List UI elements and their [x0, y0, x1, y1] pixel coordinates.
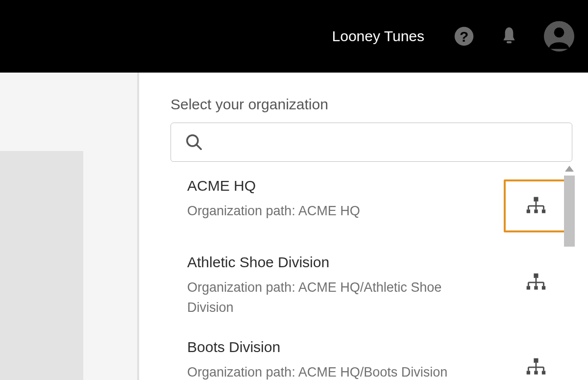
org-name: Athletic Shoe Division: [187, 254, 504, 271]
svg-rect-7: [534, 197, 538, 202]
hierarchy-button[interactable]: [504, 179, 567, 232]
svg-rect-31: [527, 371, 530, 374]
sidebar-placeholder: [0, 151, 83, 380]
svg-rect-25: [534, 358, 538, 363]
svg-rect-14: [534, 209, 538, 213]
help-icon[interactable]: ?: [454, 26, 474, 47]
svg-rect-23: [534, 286, 538, 289]
hierarchy-icon: [525, 195, 546, 217]
org-path: Organization path: ACME HQ/Athletic Shoe…: [187, 278, 462, 317]
search-field[interactable]: [171, 123, 572, 162]
org-item[interactable]: Athletic Shoe Division Organization path…: [171, 243, 567, 328]
svg-rect-15: [542, 209, 545, 213]
org-item[interactable]: Boots Division Organization path: ACME H…: [171, 328, 567, 380]
svg-line-6: [196, 145, 201, 150]
org-name: Boots Division: [187, 339, 504, 355]
scroll-thumb[interactable]: [564, 176, 575, 247]
bell-icon[interactable]: [499, 26, 519, 47]
avatar-icon[interactable]: [544, 21, 574, 51]
scrollbar[interactable]: [564, 166, 575, 380]
hierarchy-button[interactable]: [504, 256, 567, 309]
org-text: Boots Division Organization path: ACME H…: [171, 339, 504, 380]
content: Select your organization ACME HQ Organiz…: [139, 73, 588, 380]
org-text: Athletic Shoe Division Organization path…: [171, 254, 504, 317]
svg-rect-32: [534, 371, 538, 374]
hierarchy-icon: [525, 356, 546, 378]
sidebar: [0, 73, 137, 380]
org-list: ACME HQ Organization path: ACME HQ Athle…: [171, 167, 567, 380]
org-name: ACME HQ: [187, 177, 504, 194]
scroll-up-icon[interactable]: [565, 166, 574, 172]
search-input[interactable]: [203, 127, 572, 157]
hierarchy-button[interactable]: [504, 341, 567, 380]
org-path: Organization path: ACME HQ: [187, 201, 462, 221]
hierarchy-icon: [525, 272, 546, 293]
svg-rect-13: [527, 209, 530, 213]
hierarchy-col: [504, 254, 567, 309]
svg-text:?: ?: [460, 28, 468, 45]
svg-rect-24: [542, 286, 545, 289]
org-path: Organization path: ACME HQ/Boots Divisio…: [187, 362, 462, 380]
svg-rect-16: [534, 274, 538, 278]
search-icon: [185, 133, 203, 152]
svg-rect-33: [542, 371, 545, 374]
svg-rect-22: [527, 286, 530, 289]
svg-rect-2: [507, 41, 512, 43]
topbar: Looney Tunes ?: [0, 0, 588, 73]
layout: Select your organization ACME HQ Organiz…: [0, 73, 588, 380]
svg-point-4: [554, 27, 564, 38]
hierarchy-col: [504, 339, 567, 380]
page-title: Select your organization: [171, 96, 588, 113]
org-text: ACME HQ Organization path: ACME HQ: [171, 177, 504, 221]
hierarchy-col: [504, 177, 567, 232]
context-name: Looney Tunes: [332, 28, 424, 45]
org-item[interactable]: ACME HQ Organization path: ACME HQ: [171, 167, 567, 243]
